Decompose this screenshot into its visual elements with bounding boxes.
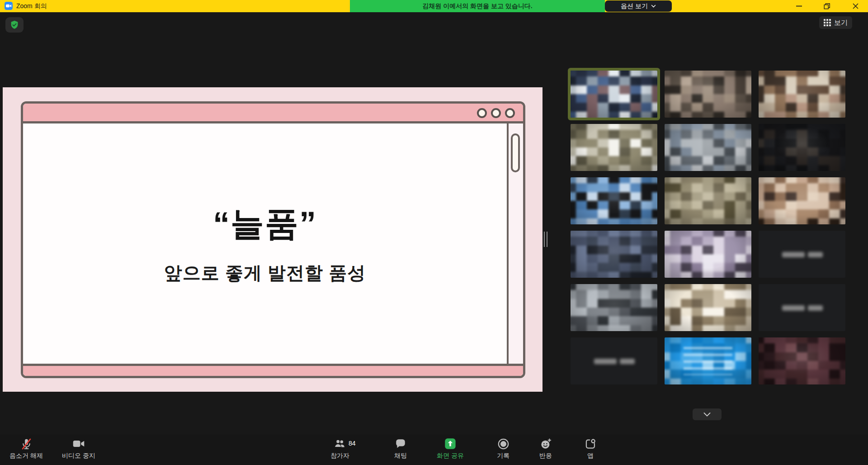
participant-name-blur: [782, 252, 805, 257]
participant-video-tile[interactable]: [665, 177, 751, 224]
participant-video-tile[interactable]: [759, 231, 845, 278]
record-icon: [497, 438, 509, 450]
zoom-app-icon: [5, 2, 13, 10]
share-screen-label: 화면 공유: [437, 452, 464, 460]
apps-label: 앱: [587, 452, 594, 460]
share-screen-button[interactable]: 화면 공유: [428, 437, 473, 460]
participants-label: 참가자: [330, 452, 349, 460]
view-button-label: 보기: [834, 19, 848, 27]
slide-window-dots: [477, 108, 515, 118]
participant-name-blur: [782, 305, 805, 311]
participant-video-tile[interactable]: [571, 231, 657, 278]
close-button[interactable]: [845, 0, 866, 12]
participants-button[interactable]: 84 참가자: [317, 437, 363, 460]
share-screen-icon: [444, 437, 457, 450]
chat-bubble-icon: [395, 438, 406, 450]
participant-video-tile[interactable]: [759, 284, 845, 331]
view-button[interactable]: 보기: [819, 16, 852, 29]
window-dot: [477, 108, 487, 118]
close-icon: [853, 3, 859, 9]
window-dot: [505, 108, 515, 118]
security-shield-icon: [9, 20, 19, 30]
participant-video-tile[interactable]: [571, 124, 657, 171]
window-title: Zoom 회의: [16, 2, 47, 10]
participant-video-tile[interactable]: [759, 177, 845, 224]
record-label: 기록: [497, 452, 509, 460]
slide-content: “늘품” 앞으로 좋게 발전할 품성: [23, 123, 507, 364]
slide-window-header: [23, 104, 523, 123]
reactions-smiley-icon: [540, 438, 552, 450]
minimize-icon: [796, 5, 802, 7]
minimize-button[interactable]: [788, 0, 809, 12]
meeting-security-badge[interactable]: [5, 17, 24, 33]
participant-video-tile[interactable]: [571, 177, 657, 224]
restore-icon: [824, 3, 830, 9]
participant-video-tile[interactable]: [665, 284, 751, 331]
reactions-label: 반응: [539, 452, 552, 460]
chat-label: 채팅: [394, 452, 407, 460]
slide-title: “늘품”: [213, 202, 317, 247]
microphone-muted-icon: [20, 438, 33, 450]
view-options-button[interactable]: 옵션 보기: [605, 0, 672, 12]
participant-video-tile[interactable]: [665, 337, 751, 384]
shared-screen-view: “늘품” 앞으로 좋게 발전할 품성: [3, 87, 542, 392]
participant-video-tile[interactable]: [759, 337, 845, 384]
participants-video-grid: [571, 71, 845, 384]
slide-subtitle: 앞으로 좋게 발전할 품성: [164, 261, 366, 285]
participant-video-tile[interactable]: [571, 337, 657, 384]
participant-video-tile[interactable]: [759, 124, 845, 171]
participant-video-tile[interactable]: [665, 124, 751, 171]
participant-name-blur: [620, 359, 635, 364]
stop-video-button[interactable]: 비디오 중지: [56, 437, 101, 460]
video-camera-icon: [72, 437, 85, 450]
participant-name-blur: [808, 305, 823, 311]
participant-video-tile[interactable]: [571, 284, 657, 331]
stop-video-label: 비디오 중지: [62, 452, 95, 460]
record-button[interactable]: 기록: [481, 437, 526, 460]
participant-video-tile[interactable]: [665, 71, 751, 118]
participant-name-blur: [808, 252, 823, 257]
slide-scrollbar-thumb: [511, 133, 520, 172]
chevron-down-icon: [651, 5, 656, 8]
chevron-down-icon: [703, 413, 711, 417]
window-title-bar: Zoom 회의 김채원 이예서의 화면을 보고 있습니다. 옵션 보기: [0, 0, 868, 12]
participants-icon: [333, 438, 347, 450]
meeting-toolbar: 음소거 해제 비디오 중지 84 참가자: [0, 435, 868, 465]
gallery-grid-icon: [824, 19, 831, 26]
view-options-label: 옵션 보기: [621, 2, 648, 10]
apps-button[interactable]: 앱: [568, 437, 613, 460]
slide-browser-window: “늘품” 앞으로 좋게 발전할 품성: [21, 101, 525, 378]
unmute-button[interactable]: 음소거 해제: [4, 437, 49, 460]
participants-count: 84: [349, 440, 356, 447]
restore-button[interactable]: [816, 0, 837, 12]
reactions-button[interactable]: 반응: [523, 437, 568, 460]
screen-watch-banner-text: 김채원 이예서의 화면을 보고 있습니다.: [422, 2, 532, 10]
participant-video-tile[interactable]: [571, 71, 657, 118]
unmute-label: 음소거 해제: [9, 452, 43, 460]
slide-window-footer: [23, 364, 523, 376]
participant-name-blur: [594, 359, 617, 364]
participant-video-tile[interactable]: [665, 231, 751, 278]
window-dot: [491, 108, 501, 118]
scroll-participants-down-button[interactable]: [693, 408, 722, 420]
participant-video-tile[interactable]: [759, 71, 845, 118]
slide-scrollbar-track: [507, 123, 523, 364]
chat-button[interactable]: 채팅: [378, 437, 423, 460]
apps-icon: [585, 438, 597, 450]
panel-resize-handle[interactable]: [544, 232, 547, 247]
screen-watch-banner: 김채원 이예서의 화면을 보고 있습니다.: [350, 0, 605, 12]
